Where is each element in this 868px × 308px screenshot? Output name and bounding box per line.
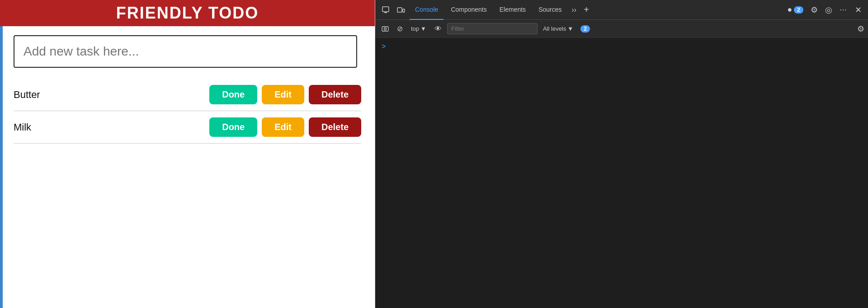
eye-icon: 👁	[434, 25, 442, 33]
tab-components[interactable]: Components	[445, 0, 492, 20]
app-body: ButterDoneEditDeleteMilkDoneEditDelete	[0, 26, 375, 308]
plus-icon: +	[584, 5, 589, 15]
devtools-content: >	[375, 38, 868, 308]
filter-input[interactable]	[447, 23, 538, 34]
task-row: ButterDoneEditDelete	[14, 79, 361, 111]
app-title: FRIENDLY TODO	[116, 4, 259, 23]
task-row: MilkDoneEditDelete	[14, 111, 361, 144]
console-error-badge: 2	[580, 25, 590, 33]
eye-button[interactable]: 👁	[432, 23, 444, 35]
device-icon-button[interactable]	[394, 4, 408, 16]
console-prompt[interactable]: >	[382, 42, 862, 51]
inspect-icon-button[interactable]	[379, 4, 392, 16]
more-options-button[interactable]: ⋯	[837, 4, 850, 16]
settings-button[interactable]: ⚙	[808, 3, 821, 17]
levels-dropdown[interactable]: All levels ▼	[540, 24, 576, 33]
context-label: top	[411, 25, 419, 32]
devtools-topbar: Console Components Elements Sources ›› +…	[375, 0, 868, 20]
svg-rect-5	[382, 27, 388, 31]
svg-point-6	[384, 28, 387, 30]
close-icon: ✕	[855, 5, 862, 15]
tab-sources[interactable]: Sources	[533, 0, 567, 20]
capture-button[interactable]	[379, 23, 392, 34]
more-tabs-button[interactable]: ››	[569, 4, 579, 16]
svg-rect-3	[397, 8, 402, 12]
context-dropdown[interactable]: top ▼	[408, 24, 429, 33]
devtools-panel: Console Components Elements Sources ›› +…	[375, 0, 868, 308]
sync-icon: ◎	[825, 5, 832, 15]
tab-elements[interactable]: Elements	[494, 0, 531, 20]
console-settings-button[interactable]: ⚙	[857, 24, 864, 34]
gear-icon: ⚙	[811, 5, 818, 15]
chevron-down-icon2: ▼	[567, 25, 573, 32]
new-tab-button[interactable]: +	[581, 3, 592, 17]
levels-label: All levels	[543, 25, 566, 32]
edit-button[interactable]: Edit	[262, 85, 304, 104]
profile-icon: ●	[787, 5, 792, 14]
sync-button[interactable]: ◎	[822, 3, 835, 17]
console-gear-icon: ⚙	[857, 24, 864, 33]
capture-icon	[382, 25, 389, 33]
chevron-right-icon: ››	[571, 6, 576, 14]
profile-button[interactable]: ● 2	[784, 3, 806, 16]
close-devtools-button[interactable]: ✕	[852, 3, 864, 17]
delete-button[interactable]: Delete	[309, 85, 361, 104]
done-button[interactable]: Done	[209, 85, 257, 104]
block-icon: ⊘	[397, 24, 403, 33]
tab-console[interactable]: Console	[410, 0, 443, 20]
task-list: ButterDoneEditDeleteMilkDoneEditDelete	[14, 79, 361, 144]
task-name: Butter	[14, 89, 209, 101]
svg-rect-4	[403, 9, 405, 12]
chevron-down-icon: ▼	[420, 25, 426, 32]
task-name: Milk	[14, 121, 209, 133]
left-accent	[0, 26, 3, 308]
profile-badge: 2	[794, 6, 803, 14]
device-icon	[397, 6, 405, 14]
app-header: FRIENDLY TODO	[0, 0, 375, 26]
task-input[interactable]	[14, 35, 357, 68]
delete-button[interactable]: Delete	[309, 117, 361, 137]
clear-button[interactable]: ⊘	[394, 23, 406, 35]
inspect-icon	[382, 6, 390, 14]
edit-button[interactable]: Edit	[262, 117, 304, 137]
app-panel: FRIENDLY TODO ButterDoneEditDeleteMilkDo…	[0, 0, 375, 308]
svg-rect-0	[382, 7, 389, 12]
devtools-secondbar: ⊘ top ▼ 👁 All levels ▼ 2 ⚙	[375, 20, 868, 38]
done-button[interactable]: Done	[209, 117, 257, 137]
ellipsis-icon: ⋯	[840, 5, 848, 14]
